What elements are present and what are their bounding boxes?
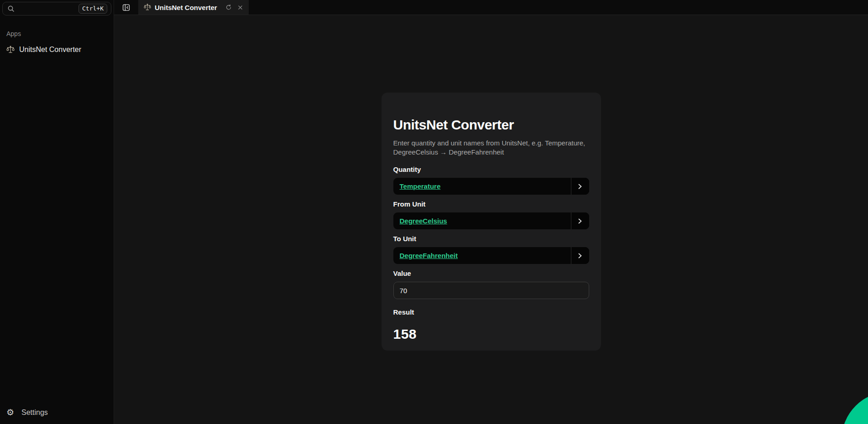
- to-unit-label: To Unit: [393, 235, 589, 243]
- sidebar-section-apps: Apps: [6, 30, 114, 37]
- tab-close-button[interactable]: [236, 4, 244, 11]
- tab-unitsnet-converter[interactable]: UnitsNet Converter: [138, 0, 249, 15]
- sidebar-item-label: UnitsNet Converter: [19, 46, 81, 54]
- balance-scale-icon: [6, 46, 15, 54]
- card-title: UnitsNet Converter: [393, 117, 589, 133]
- quantity-field: Temperature: [393, 178, 589, 195]
- sidebar-spacer: [0, 57, 114, 404]
- search-box[interactable]: Ctrl+K: [2, 2, 111, 16]
- refresh-icon: [225, 4, 232, 10]
- tab-refresh-button[interactable]: [225, 3, 233, 11]
- chevron-right-icon: [577, 218, 583, 224]
- chevron-right-icon: [577, 253, 583, 259]
- search-input[interactable]: [18, 5, 75, 12]
- chevron-right-icon: [577, 183, 583, 190]
- search-shortcut-badge: Ctrl+K: [78, 4, 107, 14]
- sidebar-toggle-button[interactable]: [120, 1, 132, 13]
- quantity-label: Quantity: [393, 165, 589, 174]
- result-label: Result: [393, 308, 589, 316]
- from-unit-link-cell: DegreeCelsius: [393, 212, 571, 229]
- value-label: Value: [393, 269, 589, 278]
- to-unit-expand-button[interactable]: [571, 247, 589, 264]
- quantity-link-cell: Temperature: [393, 178, 571, 195]
- card-description: Enter quantity and unit names from Units…: [393, 139, 589, 157]
- result-value: 158: [393, 326, 589, 342]
- to-unit-field: DegreeFahrenheit: [393, 247, 589, 264]
- sidebar-item-unitsnet-converter[interactable]: UnitsNet Converter: [2, 43, 111, 57]
- sidebar-item-settings[interactable]: ⚙ Settings: [2, 404, 111, 420]
- settings-label: Settings: [21, 408, 48, 417]
- main-area: UnitsNet Converter: [114, 0, 868, 424]
- balance-scale-icon: [144, 4, 151, 11]
- quantity-expand-button[interactable]: [571, 178, 589, 195]
- to-unit-link-cell: DegreeFahrenheit: [393, 247, 571, 264]
- from-unit-label: From Unit: [393, 200, 589, 208]
- tab-bar: UnitsNet Converter: [114, 0, 868, 15]
- panel-collapse-icon: [122, 4, 130, 11]
- search-icon: [7, 5, 15, 12]
- converter-card: UnitsNet Converter Enter quantity and un…: [382, 93, 601, 351]
- tab-title: UnitsNet Converter: [155, 4, 221, 11]
- app-window: Ctrl+K Apps UnitsNet Converter ⚙ Setting…: [0, 0, 868, 424]
- sidebar: Ctrl+K Apps UnitsNet Converter ⚙ Setting…: [0, 0, 114, 424]
- close-icon: [237, 5, 243, 10]
- gear-icon: ⚙: [6, 408, 14, 417]
- from-unit-field: DegreeCelsius: [393, 212, 589, 229]
- to-unit-link[interactable]: DegreeFahrenheit: [400, 252, 458, 259]
- value-input[interactable]: [393, 282, 589, 299]
- from-unit-link[interactable]: DegreeCelsius: [400, 217, 447, 225]
- quantity-link[interactable]: Temperature: [400, 182, 441, 190]
- from-unit-expand-button[interactable]: [571, 212, 589, 229]
- content-area: UnitsNet Converter Enter quantity and un…: [114, 15, 868, 424]
